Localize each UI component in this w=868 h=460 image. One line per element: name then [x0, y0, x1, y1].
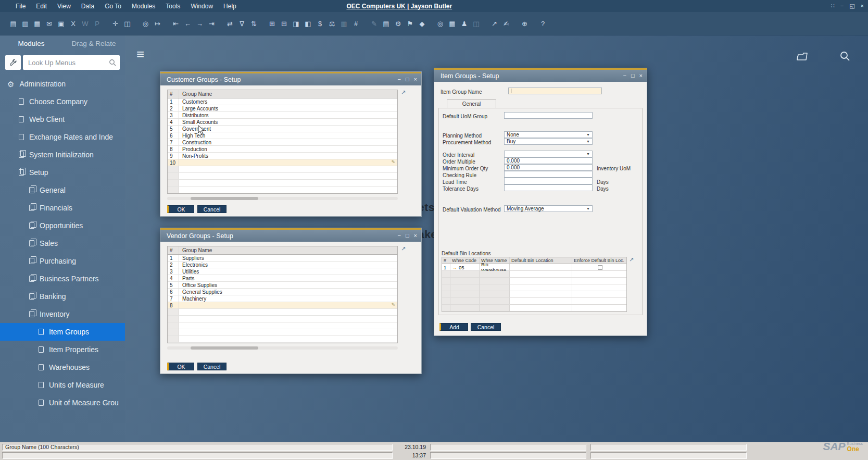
- sidebar-item-inventory[interactable]: Inventory: [0, 305, 125, 323]
- table-row[interactable]: 7Machinery: [168, 295, 397, 302]
- filter-icon[interactable]: ∇: [236, 18, 247, 29]
- order-interval-select[interactable]: ▼: [504, 151, 593, 157]
- group-name-cell[interactable]: Small Accounts: [179, 119, 397, 125]
- menu-view[interactable]: View: [52, 3, 76, 10]
- group-name-cell[interactable]: Suppliers: [179, 255, 397, 261]
- minimize-icon[interactable]: −: [623, 73, 626, 79]
- find-icon[interactable]: ◎: [140, 18, 151, 29]
- menu-goto[interactable]: Go To: [99, 3, 127, 10]
- add-row-icon[interactable]: ⊞: [267, 18, 278, 29]
- employees-icon[interactable]: ♟: [459, 18, 470, 29]
- checking-rule-input[interactable]: [504, 171, 593, 178]
- table-row[interactable]: 2Large Accounts: [168, 105, 397, 112]
- scrollbar-thumb[interactable]: [191, 346, 258, 350]
- ok-button[interactable]: OK: [167, 205, 194, 213]
- lead-time-input[interactable]: [504, 178, 593, 184]
- cancel-button[interactable]: Cancel: [197, 205, 227, 213]
- sidebar-item-web-client[interactable]: Web Client: [0, 110, 125, 128]
- customer-groups-titlebar[interactable]: Customer Groups - Setup − □ ×: [160, 73, 421, 85]
- group-name-cell[interactable]: High Tech: [179, 132, 397, 139]
- price-report-icon[interactable]: ◧: [303, 18, 313, 29]
- minimize-icon[interactable]: −: [397, 77, 400, 82]
- table-row[interactable]: 7Construction: [168, 139, 397, 146]
- layout-switch-icon[interactable]: ∷: [831, 3, 835, 9]
- group-name-cell[interactable]: Customers: [179, 98, 397, 105]
- table-row[interactable]: 1Suppliers: [168, 255, 397, 262]
- vendor-groups-titlebar[interactable]: Vendor Groups - Setup − □ ×: [160, 230, 421, 242]
- app-close-icon[interactable]: ×: [861, 3, 864, 9]
- item-groups-titlebar[interactable]: Item Groups - Setup − □ ×: [434, 70, 647, 82]
- close-icon[interactable]: ×: [414, 77, 417, 82]
- table-row[interactable]: 3Distributors: [168, 112, 397, 119]
- tolerance-days-input[interactable]: [504, 184, 593, 191]
- maximize-icon[interactable]: □: [406, 77, 409, 82]
- sidebar-item-financials[interactable]: Financials: [0, 199, 125, 217]
- open-folder-icon[interactable]: [796, 51, 809, 62]
- chart-icon[interactable]: ↗: [489, 18, 500, 29]
- add-button[interactable]: Add: [439, 323, 468, 331]
- horizontal-scrollbar[interactable]: [167, 197, 398, 200]
- menu-window[interactable]: Window: [185, 3, 218, 10]
- default-uom-group-input[interactable]: [504, 112, 593, 119]
- table-row[interactable]: 5Office Supplies: [168, 282, 397, 289]
- pan-icon[interactable]: ✛: [110, 18, 121, 29]
- delete-row-icon[interactable]: ⊟: [279, 18, 290, 29]
- maximize-icon[interactable]: □: [406, 233, 409, 239]
- table-row[interactable]: 1Customers: [168, 98, 397, 105]
- group-name-input-cell[interactable]: [179, 159, 397, 166]
- procurement-method-select[interactable]: Buy▼: [504, 138, 593, 145]
- globe-icon[interactable]: ⊕: [519, 18, 530, 29]
- maximize-icon[interactable]: □: [631, 73, 635, 79]
- scrollbar-thumb[interactable]: [191, 197, 258, 200]
- sidebar-item-system-initialization[interactable]: System Initialization: [0, 146, 125, 164]
- menu-help[interactable]: Help: [218, 3, 242, 10]
- group-name-input-cell[interactable]: [179, 302, 397, 308]
- document-printing-icon[interactable]: ▦: [447, 18, 458, 29]
- next-record-icon[interactable]: →: [194, 18, 205, 29]
- minimum-order-qty-input[interactable]: 0.000: [504, 164, 593, 171]
- signature-icon[interactable]: ✍: [501, 18, 512, 29]
- refresh-icon[interactable]: ⇄: [224, 18, 235, 29]
- table-row-active[interactable]: 8✎: [168, 302, 397, 309]
- lock-screen-icon[interactable]: ◫: [122, 18, 133, 29]
- sort-icon[interactable]: ⇅: [248, 18, 259, 29]
- table-row[interactable]: 6General Supplies: [168, 289, 397, 295]
- tab-modules[interactable]: Modules: [0, 40, 62, 47]
- send-message-icon[interactable]: ✉: [44, 18, 55, 29]
- help-icon[interactable]: ?: [537, 18, 548, 29]
- payment-icon[interactable]: ◨: [291, 18, 301, 29]
- group-name-cell[interactable]: Machinery: [179, 295, 397, 302]
- order-multiple-input[interactable]: 0.000: [504, 157, 593, 164]
- group-name-cell[interactable]: Utilities: [179, 268, 397, 275]
- tab-general[interactable]: General: [447, 100, 496, 108]
- sidebar-item-business-partners[interactable]: Business Partners: [0, 270, 125, 288]
- previous-record-icon[interactable]: ←: [182, 18, 193, 29]
- group-name-cell[interactable]: General Supplies: [179, 289, 397, 295]
- sidebar-item-uom-groups[interactable]: Unit of Measure Grou: [0, 394, 125, 412]
- messages-icon[interactable]: ◆: [417, 18, 427, 29]
- sidebar-item-purchasing[interactable]: Purchasing: [0, 252, 125, 270]
- link-arrow-icon[interactable]: →: [452, 265, 457, 270]
- form-settings-icon[interactable]: ⚙: [393, 18, 404, 29]
- global-search-icon[interactable]: [839, 51, 851, 62]
- first-record-icon[interactable]: ⇤: [170, 18, 181, 29]
- cancel-button[interactable]: Cancel: [197, 363, 227, 370]
- table-row[interactable]: 8Production: [168, 146, 397, 153]
- sidebar-item-administration[interactable]: ⚙ Administration: [0, 75, 125, 93]
- goto-icon[interactable]: ↦: [152, 18, 163, 29]
- search-input[interactable]: [23, 55, 120, 70]
- alerts-icon[interactable]: ⚑: [405, 18, 416, 29]
- menu-file[interactable]: File: [10, 3, 31, 10]
- sidebar-item-opportunities[interactable]: Opportunities: [0, 217, 125, 234]
- group-name-cell[interactable]: Distributors: [179, 112, 397, 118]
- menu-data[interactable]: Data: [76, 3, 99, 10]
- table-row[interactable]: 2Electronics: [168, 262, 397, 268]
- print-icon[interactable]: ▥: [20, 18, 31, 29]
- expand-grid-icon[interactable]: ↗: [401, 89, 406, 96]
- group-name-cell[interactable]: Construction: [179, 139, 397, 145]
- serial-numbers-icon[interactable]: #: [350, 18, 361, 29]
- cancel-button[interactable]: Cancel: [471, 323, 501, 331]
- table-row[interactable]: 3Utilities: [168, 268, 397, 275]
- payment-wizard-icon[interactable]: ◎: [435, 18, 446, 29]
- export-excel-icon[interactable]: X: [68, 18, 79, 29]
